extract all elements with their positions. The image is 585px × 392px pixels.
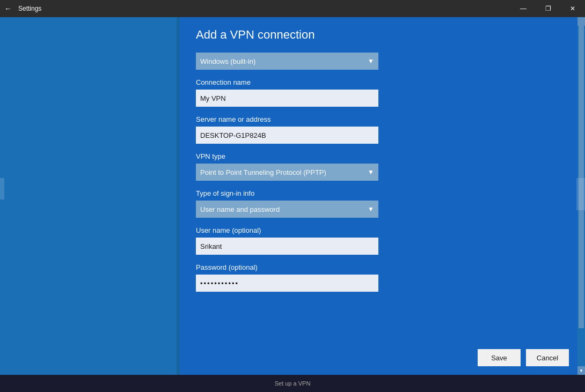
sidebar bbox=[0, 17, 180, 375]
back-button[interactable]: ← bbox=[4, 4, 12, 13]
vpn-type-select[interactable]: Point to Point Tunneling Protocol (PPTP) bbox=[196, 164, 378, 181]
restore-button[interactable]: ❐ bbox=[536, 0, 560, 17]
sign-in-type-select-wrapper: User name and password ▼ bbox=[196, 201, 378, 218]
sign-in-type-select[interactable]: User name and password bbox=[196, 201, 378, 218]
sign-in-type-group: Type of sign-in info User name and passw… bbox=[196, 189, 569, 218]
password-group: Password (optional) bbox=[196, 263, 569, 292]
scrollbar-down-button[interactable]: ▼ bbox=[577, 366, 585, 375]
connection-name-input[interactable] bbox=[196, 90, 378, 107]
username-group: User name (optional) bbox=[196, 226, 569, 255]
vpn-type-group: VPN type Point to Point Tunneling Protoc… bbox=[196, 152, 569, 181]
page-title: Add a VPN connection bbox=[196, 28, 569, 42]
save-button[interactable]: Save bbox=[478, 349, 521, 366]
taskbar: Set up a VPN bbox=[0, 375, 585, 392]
connection-name-label: Connection name bbox=[196, 78, 569, 86]
vpn-type-select-wrapper: Point to Point Tunneling Protocol (PPTP)… bbox=[196, 164, 378, 181]
app-hint bbox=[576, 178, 585, 210]
vpn-type-label: VPN type bbox=[196, 152, 569, 160]
server-name-label: Server name or address bbox=[196, 115, 569, 123]
sign-in-type-label: Type of sign-in info bbox=[196, 189, 569, 197]
title-bar: ← Settings — ❐ ✕ bbox=[0, 0, 585, 17]
taskbar-text: Set up a VPN bbox=[275, 380, 311, 387]
cancel-button[interactable]: Cancel bbox=[526, 349, 569, 366]
content-panel: Add a VPN connection Windows (built-in) … bbox=[180, 17, 585, 375]
left-hint bbox=[0, 178, 4, 199]
scrollbar-thumb[interactable] bbox=[579, 17, 584, 328]
window-title: Settings bbox=[18, 5, 41, 12]
password-input[interactable] bbox=[196, 275, 378, 292]
username-input[interactable] bbox=[196, 238, 378, 255]
password-label: Password (optional) bbox=[196, 263, 569, 271]
close-button[interactable]: ✕ bbox=[560, 0, 585, 17]
button-row: Save Cancel bbox=[478, 349, 569, 366]
main-area: Add a VPN connection Windows (built-in) … bbox=[0, 17, 585, 375]
vpn-provider-group: Windows (built-in) ▼ bbox=[196, 53, 569, 70]
window-controls: — ❐ ✕ bbox=[511, 0, 585, 17]
vpn-provider-select-wrapper: Windows (built-in) ▼ bbox=[196, 53, 378, 70]
connection-name-group: Connection name bbox=[196, 78, 569, 107]
username-label: User name (optional) bbox=[196, 226, 569, 234]
server-name-group: Server name or address bbox=[196, 115, 569, 144]
vpn-provider-select[interactable]: Windows (built-in) bbox=[196, 53, 378, 70]
minimize-button[interactable]: — bbox=[511, 0, 536, 17]
server-name-input[interactable] bbox=[196, 127, 378, 144]
